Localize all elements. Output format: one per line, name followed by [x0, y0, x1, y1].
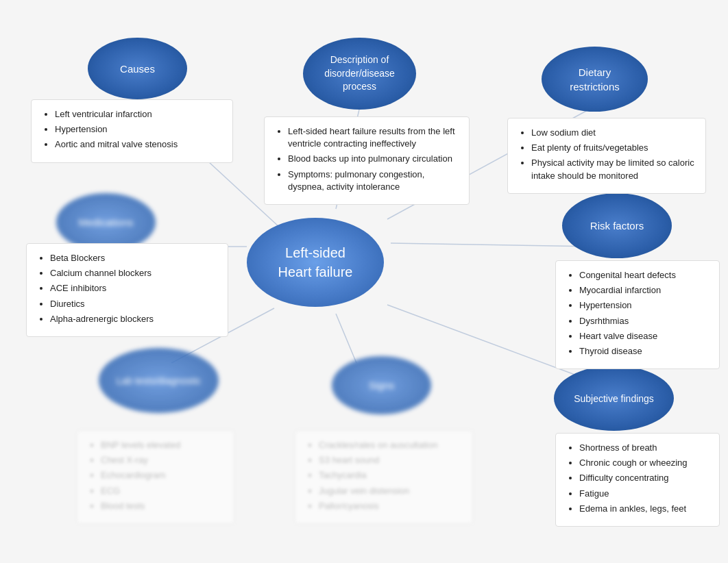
risk-item-3: Hypertension [579, 299, 708, 312]
risk-item-1: Congenital heart defects [579, 269, 708, 282]
medications-info-box: Beta Blockers Calcium channel blockers A… [26, 243, 228, 337]
risk-item-4: Dysrhthmias [579, 315, 708, 327]
subjective-item-2: Chronic cough or wheezing [579, 457, 708, 469]
subjective-item-1: Shortness of breath [579, 442, 708, 454]
medications-item-1: Beta Blockers [50, 252, 217, 264]
description-item-2: Blood backs up into pulmonary circulatio… [288, 153, 458, 165]
subjective-label: Subjective findings [574, 393, 654, 404]
dietary-item-3: Physical activity may be limited so calo… [531, 157, 694, 182]
dietary-node: Dietary restrictions [542, 47, 648, 112]
svg-line-4 [391, 243, 596, 247]
signs-label: Signs [369, 379, 395, 391]
description-node: Description of disorder/disease process [303, 38, 416, 110]
dietary-item-2: Eat plenty of fruits/vegetables [531, 142, 694, 154]
medications-label: Medications [78, 216, 133, 228]
subjective-item-5: Edema in ankles, legs, feet [579, 503, 708, 515]
risk-factors-info-box: Congenital heart defects Myocardial infa… [555, 260, 720, 369]
subjective-node: Subjective findings [554, 366, 674, 431]
causes-item-3: Aortic and mitral valve stenosis [55, 138, 221, 151]
causes-info-box: Left ventricular infarction Hypertension… [31, 99, 233, 163]
lab-tests-label: Lab tests/diagnostic [117, 375, 202, 386]
description-item-3: Symptoms: pulmonary congestion, dyspnea,… [288, 168, 458, 193]
risk-factors-node: Risk factors [562, 193, 672, 258]
subjective-info-box: Shortness of breath Chronic cough or whe… [555, 433, 720, 527]
dietary-info-box: Low sodium diet Eat plenty of fruits/veg… [507, 118, 706, 194]
svg-line-6 [336, 314, 356, 363]
causes-item-1: Left ventricular infarction [55, 108, 221, 121]
lab-tests-info-box: BNP levels elevated Chest X-ray Echocard… [77, 430, 234, 524]
center-node: Left-sided Heart failure [247, 218, 384, 307]
medications-item-4: Diuretics [50, 298, 217, 310]
causes-label: Causes [120, 63, 155, 75]
risk-item-5: Heart valve disease [579, 330, 708, 342]
center-label: Left-sided Heart failure [278, 243, 353, 282]
description-label: Description of disorder/disease process [324, 53, 395, 94]
medications-item-5: Alpha-adrenergic blockers [50, 313, 217, 325]
signs-info-box: Crackles/rales on auscultation S3 heart … [295, 430, 473, 524]
signs-node: Signs [332, 356, 431, 414]
causes-node: Causes [88, 38, 187, 99]
description-info-box: Left-sided heart failure results from th… [264, 116, 470, 205]
medications-item-3: ACE inhibitors [50, 282, 217, 295]
dietary-item-1: Low sodium diet [531, 127, 694, 139]
risk-item-2: Myocardial infarction [579, 284, 708, 297]
medications-item-2: Calcium channel blockers [50, 267, 217, 279]
risk-factors-label: Risk factors [590, 220, 644, 232]
description-item-1: Left-sided heart failure results from th… [288, 125, 458, 150]
lab-tests-node: Lab tests/diagnostic [99, 348, 219, 413]
risk-item-6: Thyroid disease [579, 345, 708, 358]
dietary-label: Dietary restrictions [570, 65, 620, 94]
subjective-item-3: Difficulty concentrating [579, 472, 708, 484]
causes-item-2: Hypertension [55, 123, 221, 136]
subjective-item-4: Fatigue [579, 488, 708, 500]
